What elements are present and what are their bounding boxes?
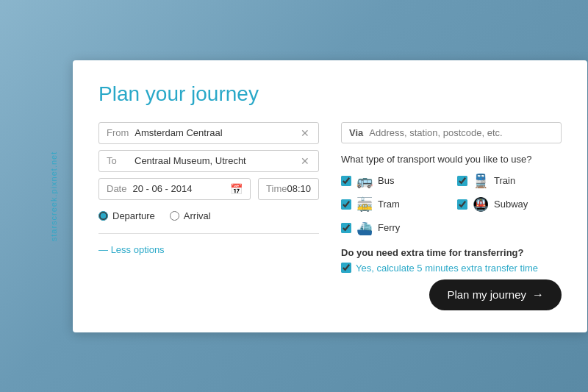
tram-checkbox[interactable] (341, 199, 351, 210)
from-input-group: From ✕ (98, 122, 319, 144)
time-group[interactable]: Time 08:10 (258, 178, 319, 200)
date-label: Date (107, 183, 126, 194)
time-label: Time (266, 183, 287, 194)
arrow-icon: → (532, 288, 544, 302)
divider (98, 233, 319, 234)
departure-radio[interactable] (98, 211, 108, 221)
watermark: starscreek.pixnet.net (49, 151, 58, 241)
transport-tram[interactable]: 🚋 Tram (341, 196, 445, 213)
card-title: Plan your journey (98, 82, 562, 106)
departure-arrival-group: Departure Arrival (98, 210, 319, 221)
to-clear-button[interactable]: ✕ (299, 155, 311, 167)
to-label: To (107, 155, 129, 166)
from-clear-button[interactable]: ✕ (299, 127, 311, 139)
card-layout: From ✕ To ✕ Date 20 - 06 - 2014 📅 Time (98, 122, 562, 274)
to-input[interactable] (135, 155, 299, 166)
ferry-checkbox[interactable] (341, 223, 351, 233)
train-label: Train (494, 175, 515, 186)
less-options-link[interactable]: Less options (98, 244, 165, 255)
date-group[interactable]: Date 20 - 06 - 2014 📅 (98, 178, 251, 200)
date-value: 20 - 06 - 2014 (132, 183, 230, 194)
journey-planner-card: Plan your journey From ✕ To ✕ Date 20 - … (73, 60, 587, 332)
right-column: Via What type of transport would you lik… (341, 122, 562, 274)
arrival-option[interactable]: Arrival (170, 210, 211, 221)
card-footer: Plan my journey → (98, 279, 562, 310)
from-label: From (107, 127, 129, 138)
transfer-label: Yes, calculate 5 minutes extra transfer … (356, 263, 538, 274)
transport-grid: 🚌 Bus 🚆 Train 🚋 Tram 🚇 (341, 172, 562, 237)
via-input[interactable] (369, 127, 553, 138)
datetime-row: Date 20 - 06 - 2014 📅 Time 08:10 (98, 178, 319, 200)
transfer-checkbox[interactable] (341, 263, 351, 273)
departure-option[interactable]: Departure (98, 210, 155, 221)
train-icon: 🚆 (472, 172, 490, 190)
plan-journey-button[interactable]: Plan my journey → (429, 279, 562, 310)
via-label: Via (349, 127, 363, 138)
from-input[interactable] (135, 127, 299, 138)
bus-checkbox[interactable] (341, 176, 351, 186)
plan-journey-label: Plan my journey (447, 288, 526, 301)
transport-ferry[interactable]: ⛴️ Ferry (341, 219, 445, 237)
to-input-group: To ✕ (98, 150, 319, 172)
arrival-radio[interactable] (170, 211, 179, 221)
arrival-label: Arrival (184, 210, 211, 221)
tram-icon: 🚋 (356, 196, 373, 213)
train-checkbox[interactable] (457, 176, 467, 186)
ferry-icon: ⛴️ (356, 219, 373, 237)
subway-checkbox[interactable] (457, 199, 467, 210)
transport-train[interactable]: 🚆 Train (457, 172, 562, 190)
subway-icon: 🚇 (472, 196, 490, 213)
tram-label: Tram (378, 199, 400, 210)
transport-question: What type of transport would you like to… (341, 154, 562, 165)
subway-label: Subway (494, 199, 528, 210)
departure-label: Departure (112, 210, 155, 221)
transport-bus[interactable]: 🚌 Bus (341, 172, 445, 190)
ferry-label: Ferry (378, 222, 400, 233)
transfer-question: Do you need extra time for transferring? (341, 247, 562, 258)
time-value: 08:10 (287, 183, 311, 194)
bus-icon: 🚌 (356, 172, 373, 190)
transfer-option[interactable]: Yes, calculate 5 minutes extra transfer … (341, 263, 562, 274)
left-column: From ✕ To ✕ Date 20 - 06 - 2014 📅 Time (98, 122, 319, 274)
via-group: Via (341, 122, 562, 143)
bus-label: Bus (378, 175, 394, 186)
calendar-icon[interactable]: 📅 (230, 183, 243, 195)
transport-subway[interactable]: 🚇 Subway (457, 196, 562, 213)
